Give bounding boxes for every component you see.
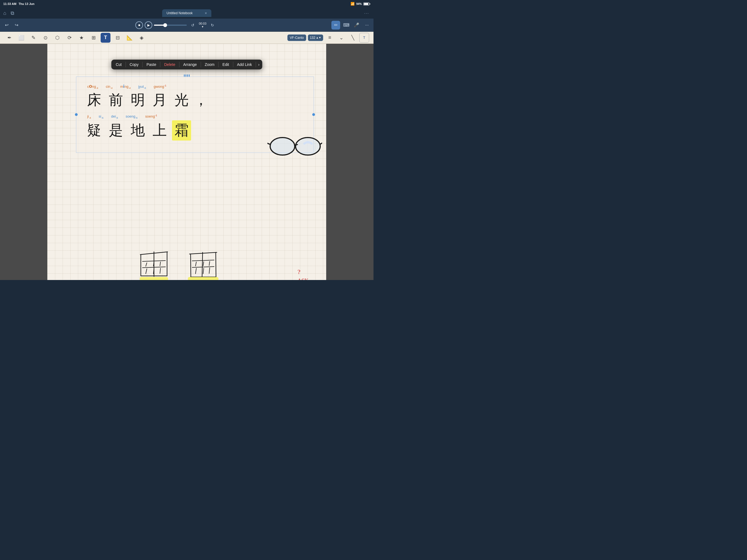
time-value: 00:03 xyxy=(199,22,206,25)
svg-line-28 xyxy=(203,268,204,274)
target-tool-button[interactable]: ⊙ xyxy=(41,33,50,43)
paste-menu-item[interactable]: Paste xyxy=(143,61,160,68)
status-right: 📶 94% xyxy=(351,2,370,6)
shapes-tool-button[interactable]: ⬡ xyxy=(52,33,62,43)
star-tool-button[interactable]: ★ xyxy=(77,33,86,43)
pencil-tool-button[interactable]: ✏ xyxy=(331,21,340,29)
svg-line-23 xyxy=(192,266,214,268)
char-soeng-up: 上 xyxy=(150,121,169,140)
jyutping-cong: cong-4 xyxy=(87,83,98,90)
image-tool-button[interactable]: ⊞ xyxy=(88,33,98,43)
dropdown-button[interactable]: ⌄ xyxy=(336,33,346,43)
char-si: 是 xyxy=(106,121,126,140)
rewind-button[interactable]: ↺ xyxy=(188,21,197,29)
handdrawn-char-1-svg xyxy=(137,246,170,280)
progress-thumb[interactable] xyxy=(163,23,167,27)
transform-tool-button[interactable]: ⟳ xyxy=(65,33,74,43)
jyutping-gwong: gwong-1 xyxy=(154,84,166,88)
multiwindow-icon[interactable]: ⧉ xyxy=(11,10,14,16)
handdrawn-char-1 xyxy=(137,246,170,280)
stop-button[interactable]: ■ xyxy=(135,21,143,29)
svg-line-17 xyxy=(189,252,217,254)
status-date: Thu 13 Jun xyxy=(19,2,34,5)
time-dropdown[interactable]: ▼ xyxy=(202,25,204,28)
toolbar-center-group: ■ ▶ ↺ 00:03 ▼ ↻ xyxy=(22,21,330,29)
notebook-page: Cut Copy Paste Delete Arrange Zoom Edit … xyxy=(47,44,326,280)
font-name-button[interactable]: VF-Canto xyxy=(287,34,306,41)
char-dei: 地 xyxy=(128,121,147,140)
svg-line-3 xyxy=(320,142,322,144)
svg-line-27 xyxy=(196,268,196,274)
more-menu-item[interactable]: › xyxy=(256,61,262,68)
eraser-tool-button[interactable]: ⬜ xyxy=(17,33,26,43)
tab-overflow-dots[interactable]: ··· xyxy=(364,11,369,15)
svg-point-0 xyxy=(270,137,295,155)
svg-line-24 xyxy=(196,262,196,266)
question-mark: ? xyxy=(298,268,308,277)
tab-close-button[interactable]: × xyxy=(205,11,207,15)
keyboard-button[interactable]: ⌨ xyxy=(342,21,351,29)
selection-handle-right xyxy=(312,113,315,116)
jyutping-row-2: ji-4 si-6 dei-6 soeng-6 soeng-1 xyxy=(84,114,305,119)
zoom-menu-item[interactable]: Zoom xyxy=(201,61,218,68)
svg-line-14 xyxy=(146,269,147,274)
more-options-button[interactable]: ··· xyxy=(363,21,371,29)
copy-menu-item[interactable]: Copy xyxy=(126,61,143,68)
microphone-button[interactable]: 🎤 xyxy=(352,21,361,29)
delete-menu-item[interactable]: Delete xyxy=(160,61,179,68)
ruler-tool-button[interactable]: 📐 xyxy=(125,33,134,43)
edit-menu-item[interactable]: Edit xyxy=(219,61,233,68)
svg-line-26 xyxy=(209,261,210,265)
arrange-menu-item[interactable]: Arrange xyxy=(179,61,201,68)
tab-bar-left: ⌂ ⧉ xyxy=(0,10,14,16)
jyutping-ming: ming-4 xyxy=(120,84,131,90)
play-button[interactable]: ▶ xyxy=(145,21,152,29)
pen-tool-button[interactable]: ✒ xyxy=(4,33,14,43)
svg-line-18 xyxy=(202,252,203,277)
font-size-button[interactable]: 132 ▲▼ xyxy=(308,34,323,41)
ask-text: ASK xyxy=(298,277,308,280)
progress-fill xyxy=(154,25,164,26)
toolbar-right-group: ✏ ⌨ 🎤 ··· xyxy=(331,21,371,29)
jyutping-soeng2: soeng-1 xyxy=(145,114,157,119)
pencil-tool-button2[interactable]: ✎ xyxy=(28,33,38,43)
char-cong: 床 xyxy=(84,91,104,110)
tab-item[interactable]: Untitled Notebook × xyxy=(162,9,211,17)
char-cin: 前 xyxy=(106,91,126,110)
chinese-row-1: 床 前 明 月 光 ， xyxy=(84,91,305,110)
drawing-toolbar: ✒ ⬜ ✎ ⊙ ⬡ ⟳ ★ ⊞ T ⊟ 📐 ◈ VF-Canto 132 ▲▼ … xyxy=(0,32,374,44)
text-tool-button[interactable]: T xyxy=(101,33,110,43)
progress-bar[interactable] xyxy=(154,25,187,26)
undo-button[interactable]: ↩ xyxy=(2,21,11,29)
jyutping-si: si-6 xyxy=(99,114,103,119)
time-display: 00:03 ▼ xyxy=(199,22,206,28)
battery-percent: 94% xyxy=(356,2,362,5)
yellow-highlight-2 xyxy=(188,277,218,280)
line-tool-button[interactable]: ╲ xyxy=(348,33,358,43)
align-button[interactable]: ≡ xyxy=(325,33,335,43)
cut-menu-item[interactable]: Cut xyxy=(112,61,126,68)
forward-button[interactable]: ↻ xyxy=(208,21,217,29)
style-tool-button[interactable]: ◈ xyxy=(137,33,147,43)
content-area: Cut Copy Paste Delete Arrange Zoom Edit … xyxy=(0,44,374,280)
textbox-tool-button[interactable]: T xyxy=(359,33,369,43)
toolbar-left-group: ↩ ↪ xyxy=(2,21,21,29)
char-gwong: 光 xyxy=(172,91,191,110)
text-image-tool-button[interactable]: ⊟ xyxy=(113,33,123,43)
status-left: 11:33 AM Thu 13 Jun xyxy=(3,2,34,5)
font-size-arrow[interactable]: ▲▼ xyxy=(316,36,321,39)
ask-annotation: ? ASK xyxy=(298,268,308,280)
jyutping-ji: ji-4 xyxy=(87,114,91,119)
poem-line-1: cong-4 cin-4 ming-4 jyut-6 gwong-1 床 前 明… xyxy=(84,83,305,110)
jyutping-cin: cin-4 xyxy=(106,84,113,90)
char-soeng-frost: 霜 xyxy=(172,120,191,141)
home-icon[interactable]: ⌂ xyxy=(3,10,6,16)
status-bar: 11:33 AM Thu 13 Jun 📶 94% xyxy=(0,0,374,8)
redo-button[interactable]: ↪ xyxy=(12,21,21,29)
svg-line-16 xyxy=(160,268,160,274)
svg-line-13 xyxy=(160,262,160,266)
battery-icon xyxy=(363,2,370,5)
char-ji: 疑 xyxy=(84,121,104,140)
handdrawn-char-2-svg xyxy=(187,246,220,280)
add-link-menu-item[interactable]: Add Link xyxy=(233,61,256,68)
